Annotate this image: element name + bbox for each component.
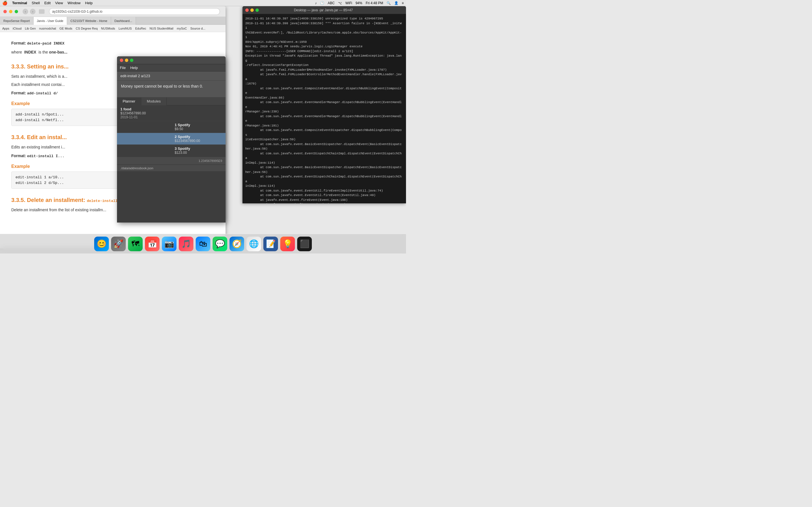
menubar-clock-icon: 🕐 <box>320 1 324 5</box>
install-name-1: 1 food <box>120 107 168 111</box>
javafx-filepath: ./data/addressbook.json <box>117 165 225 171</box>
tab-dashboard[interactable]: Dashboard... <box>111 17 136 25</box>
dock-launchpad[interactable]: 🚀 <box>111 237 126 251</box>
terminal-line: at com.sun.javafx.event.EventUtil.fireEv… <box>245 188 403 193</box>
menubar-wifi: WiFi <box>345 1 352 5</box>
browser-minimize-button[interactable] <box>9 10 12 13</box>
javafx-tab-modules[interactable]: Modules <box>141 98 167 105</box>
format-label-3: Format: <box>11 154 26 158</box>
table-row[interactable]: 1 Spotify $9.50 <box>117 121 225 133</box>
terminal-line: Exception in thread "JavaFX Application … <box>245 54 403 63</box>
menubar-user-icon[interactable]: 👤 <box>394 1 398 5</box>
url-text: ay1920s1-cs2103t-t10-1.github.io <box>52 10 102 13</box>
terminal-line: :1670) <box>245 81 403 86</box>
dock-calendar[interactable]: 📅 <box>145 237 160 251</box>
tab-cs2103[interactable]: CS2103/T Website - Home <box>67 17 111 25</box>
menubar-right: ♪ 🕐 ABC ⌥ WiFi 94% Fri 4:48 PM 🔍 👤 ≡ <box>315 1 404 5</box>
menubar: 🍎 Terminal Shell Edit View Window Help ♪… <box>0 0 406 6</box>
url-bar[interactable]: ay1920s1-cs2103t-t10-1.github.io <box>49 8 220 15</box>
javafx-minimize-button[interactable] <box>125 59 128 62</box>
menubar-search-icon[interactable]: 🔍 <box>387 1 391 5</box>
terminal-content[interactable]: 2019-11-01 16:48:39.397 java[14039:33815… <box>243 14 406 203</box>
dock-intellij[interactable]: 💡 <box>280 237 295 251</box>
sidebar-toggle-button[interactable] <box>39 9 45 14</box>
javafx-file-menu[interactable]: File <box>120 66 126 70</box>
javafx-close-button[interactable] <box>120 59 123 62</box>
menubar-edit[interactable]: Edit <box>44 1 50 5</box>
table-row[interactable]: 1 food $1234567890.00 2019-11-01 <box>117 105 225 121</box>
terminal-line: at javafx.fxml.FXMLLoader$ControllerMeth… <box>245 72 403 81</box>
tab-reposense[interactable]: RepoSense Report <box>0 17 34 25</box>
dock-safari[interactable]: 🧭 <box>230 237 244 251</box>
bookmark-icloud[interactable]: iCloud <box>13 27 21 30</box>
menubar-abc: ABC <box>327 1 335 5</box>
where-label: where <box>11 50 22 54</box>
bookmark-nusstudentmail[interactable]: NUS StudentMail <box>150 27 173 30</box>
bookmark-gemods[interactable]: GE Mods <box>59 27 72 30</box>
terminal-line: rManager.java:191) <box>245 123 403 128</box>
terminal-line: Nov 01, 2019 4:48:41 PM seedu.jarvis.log… <box>245 44 403 49</box>
format-label-1: Format: <box>11 41 26 45</box>
dock-terminal[interactable]: ⬛ <box>297 237 312 251</box>
menubar-time: Fri 4:48 PM <box>366 1 383 5</box>
terminal-line: her.java:56) <box>245 170 403 175</box>
javafx-footer-number: 1.2345678995E9 <box>199 159 222 163</box>
bookmark-nusmodchat[interactable]: nusmodchat <box>39 27 56 30</box>
bookmark-edurec[interactable]: EduRec <box>135 27 146 30</box>
terminal-line: at com.sun.javafx.event.EventHandlerMana… <box>245 114 403 123</box>
terminal-line: at com.sun.javafx.event.BasicEventDispat… <box>245 142 403 147</box>
javafx-titlebar <box>117 56 225 64</box>
menubar-bullets-icon[interactable]: ≡ <box>402 1 404 5</box>
browser-maximize-button[interactable] <box>15 10 18 13</box>
browser-forward-button[interactable]: › <box>30 9 36 14</box>
terminal-line: at com.sun.javafx.event.EventDispatchCha… <box>245 151 403 161</box>
install-date-1: 2019-11-01 <box>120 115 168 119</box>
dock-appstore[interactable]: 🛍 <box>196 237 210 251</box>
menubar-window[interactable]: Window <box>68 1 81 5</box>
browser-back-button[interactable]: ‹ <box>22 9 28 14</box>
javafx-command-bar[interactable]: edit-install 2 a/123 <box>117 71 225 80</box>
table-row[interactable]: 2 Spotify $1234567890.00 <box>117 133 225 145</box>
bookmarks-bar: Apps iCloud Lib Gen nusmodchat GE Mods C… <box>0 25 225 32</box>
menubar-shell[interactable]: Shell <box>32 1 40 5</box>
dock-word[interactable]: 📝 <box>263 237 278 251</box>
terminal-line: 2019-11-01 16:48:39.397 java[14039:33815… <box>245 16 403 21</box>
terminal-close-button[interactable] <box>245 8 249 12</box>
menubar-terminal[interactable]: Terminal <box>12 1 27 5</box>
menubar-help[interactable]: Help <box>85 1 93 5</box>
javafx-help-menu[interactable]: Help <box>130 66 138 70</box>
bookmark-apps[interactable]: Apps <box>2 27 9 30</box>
browser-close-button[interactable] <box>3 10 7 13</box>
install-amount-4: $123.00 <box>175 151 222 155</box>
bookmark-sourced[interactable]: Source d... <box>190 27 205 30</box>
dock-photos[interactable]: 📷 <box>162 237 176 251</box>
tab-jarvis[interactable]: Jarvis - User Guide <box>34 17 67 25</box>
dock-chrome[interactable]: 🌐 <box>246 237 261 251</box>
menubar-view[interactable]: View <box>55 1 63 5</box>
dock-itunes[interactable]: 🎵 <box>179 237 193 251</box>
section-335-cmd: delete-install <box>87 199 117 203</box>
bookmark-libgen[interactable]: Lib Gen <box>25 27 36 30</box>
install-name-2: 1 Spotify <box>175 123 222 127</box>
apple-menu[interactable]: 🍎 <box>2 1 8 6</box>
javafx-tab-planner[interactable]: Planner <box>117 98 141 105</box>
bookmark-nusmods[interactable]: NUSMods <box>101 27 115 30</box>
javafx-command-text: edit-install 2 a/123 <box>120 74 150 78</box>
bookmark-csdegreereg[interactable]: CS Degree Req <box>76 27 98 30</box>
javafx-table-area: Planner Modules 1 food $1234567890.00 20… <box>117 98 225 157</box>
terminal-line: rManager.java:238) <box>245 109 403 114</box>
dock-maps[interactable]: 🗺 <box>128 237 143 251</box>
javafx-maximize-button[interactable] <box>130 59 133 62</box>
bookmark-mysoc[interactable]: mySoC <box>177 27 187 30</box>
terminal-titlebar: Desktop — java -jar Jarvis.jar — 85×47 <box>243 6 406 14</box>
terminal-maximize-button[interactable] <box>255 8 259 12</box>
dock-finder[interactable]: 😊 <box>94 237 109 251</box>
bookmark-luminus[interactable]: LumiNUS <box>118 27 132 30</box>
javafx-table: 1 food $1234567890.00 2019-11-01 1 Spoti… <box>117 105 225 157</box>
menubar-music-icon: ♪ <box>315 1 317 5</box>
dock-messages[interactable]: 💬 <box>213 237 227 251</box>
terminal-minimize-button[interactable] <box>250 8 254 12</box>
javafx-statusbar: 1.2345678995E9 <box>117 157 225 165</box>
terminal-line: thCGEvent:eventRef:], /BuildRoot/Library… <box>245 31 403 40</box>
table-row[interactable]: 3 Spotify $123.00 <box>117 145 225 157</box>
